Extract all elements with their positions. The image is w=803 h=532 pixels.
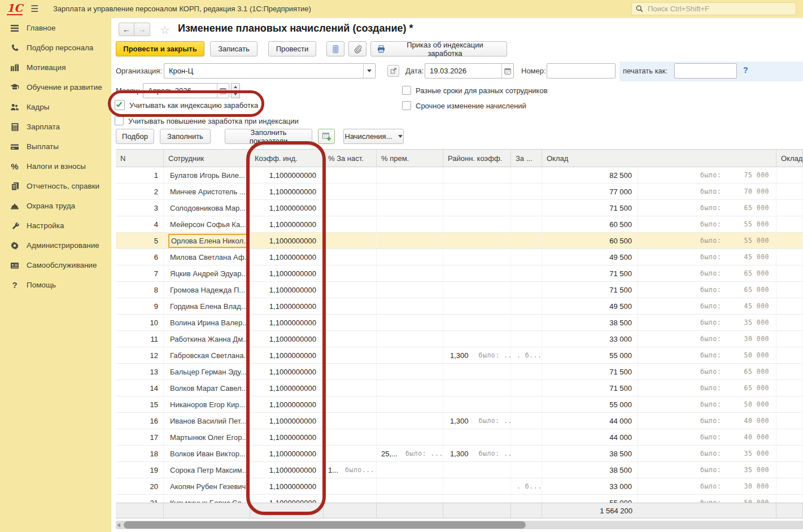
table-cell[interactable] (324, 396, 377, 412)
table-cell[interactable]: 1,1000000000 (250, 167, 324, 183)
table-cell[interactable] (377, 233, 443, 248)
stepper-up-icon[interactable] (231, 83, 240, 91)
table-cell[interactable] (443, 462, 511, 478)
table-cell[interactable]: 4 (116, 216, 164, 232)
table-cell[interactable]: 38 500было:35 000 (542, 462, 776, 478)
table-row[interactable]: 19Сорока Петр Максим...1,10000000001...б… (116, 462, 803, 478)
table-cell[interactable] (377, 315, 443, 330)
table-cell[interactable] (511, 282, 542, 298)
table-cell[interactable]: Бальцер Герман Эду... (164, 364, 250, 380)
table-row[interactable]: 5Орлова Елена Никол...1,100000000060 500… (116, 233, 803, 249)
table-cell[interactable]: Гордина Елена Влад... (164, 298, 250, 314)
table-cell[interactable] (776, 413, 803, 429)
table-cell[interactable] (511, 167, 542, 183)
table-cell[interactable] (776, 184, 803, 199)
table-cell[interactable]: Волков Марат Савел... (164, 380, 250, 396)
table-row[interactable]: 15Никаноров Егор Кир...1,100000000055 00… (116, 396, 803, 413)
table-cell[interactable]: 12 (116, 347, 164, 363)
table-cell[interactable] (324, 216, 377, 232)
table-cell[interactable] (377, 282, 443, 298)
table-cell[interactable]: 10 (116, 315, 164, 330)
org-open-button[interactable] (387, 65, 399, 77)
table-row[interactable]: 3Солодовникова Мар...1,100000000071 500б… (116, 200, 803, 216)
table-cell[interactable]: 15 (116, 396, 164, 412)
table-cell[interactable] (443, 315, 511, 330)
table-cell[interactable]: 1,1000000000 (250, 380, 324, 396)
table-cell[interactable]: 1,1000000000 (250, 184, 324, 199)
table-row[interactable]: 16Иванов Василий Пет...1,10000000001,300… (116, 413, 803, 429)
number-input[interactable] (547, 63, 616, 79)
table-cell[interactable]: Никаноров Егор Кир... (164, 396, 250, 412)
table-cell[interactable]: 49 500было:45 000 (542, 298, 776, 314)
table-cell[interactable] (377, 364, 443, 380)
sidebar-item-training[interactable]: Обучение и развитие (0, 77, 111, 97)
table-cell[interactable] (776, 331, 803, 347)
table-cell[interactable] (443, 495, 511, 503)
table-cell[interactable]: Громова Надежда П... (164, 282, 250, 298)
table-cell[interactable] (511, 265, 542, 281)
table-cell[interactable] (324, 167, 377, 183)
table-cell[interactable]: Кузьминых Борис Са... (164, 495, 250, 503)
table-cell[interactable] (443, 167, 511, 183)
table-cell[interactable] (377, 184, 443, 199)
table-cell[interactable]: Волков Иван Виктор... (164, 446, 250, 461)
table-cell[interactable]: 1,1000000000 (250, 413, 324, 429)
table-cell[interactable]: 16 (116, 413, 164, 429)
table-cell[interactable]: 33 000было:30 000 (542, 331, 776, 347)
table-cell[interactable] (776, 478, 803, 494)
table-cell[interactable]: 82 500было:75 000 (542, 167, 776, 183)
table-cell[interactable] (776, 446, 803, 461)
table-cell[interactable] (324, 298, 377, 314)
hamburger-menu-icon[interactable]: ☰ (30, 3, 38, 14)
table-cell[interactable] (511, 249, 542, 265)
table-cell[interactable] (324, 413, 377, 429)
table-cell[interactable]: 1,1000000000 (250, 200, 324, 216)
sidebar-item-reports[interactable]: Отчетность, справки (0, 176, 111, 196)
checkbox-raise-at-indexation[interactable]: Учитывать повышение заработка при индекс… (115, 116, 299, 125)
table-cell[interactable]: 55 000было:50 000 (542, 347, 776, 363)
checkbox-different-dates[interactable]: Разные сроки для разных сотрудников (402, 86, 548, 95)
favorite-star-icon[interactable]: ☆ (160, 23, 170, 37)
attachments-icon-button[interactable] (348, 41, 366, 56)
table-cell[interactable]: 33 000было:30 000 (542, 478, 776, 494)
table-cell[interactable] (377, 462, 443, 478)
sidebar-item-hr[interactable]: Кадры (0, 97, 111, 117)
table-row[interactable]: 21Кузьминых Борис Са...1,100000000055 00… (116, 495, 803, 503)
table-cell[interactable] (324, 315, 377, 330)
table-cell[interactable] (443, 216, 511, 232)
table-cell[interactable]: 5 (116, 233, 164, 248)
table-cell[interactable] (377, 200, 443, 216)
table-cell[interactable]: 2 (116, 184, 164, 199)
table-cell[interactable]: Мартынюк Олег Егор... (164, 429, 250, 445)
search-input[interactable] (647, 4, 796, 14)
table-row[interactable]: 18Волков Иван Виктор...1,100000000025,..… (116, 446, 803, 462)
table-cell[interactable]: 1,1000000000 (250, 298, 324, 314)
table-cell[interactable] (443, 478, 511, 494)
table-cell[interactable]: 71 500было:65 000 (542, 265, 776, 281)
table-cell[interactable] (511, 396, 542, 412)
table-cell[interactable]: Минчев Аристотель ... (164, 184, 250, 199)
sidebar-item-payments[interactable]: Выплаты (0, 137, 111, 156)
table-cell[interactable] (377, 347, 443, 363)
table-cell[interactable] (324, 265, 377, 281)
column-header[interactable]: Оклад (542, 150, 776, 167)
pick-button[interactable]: Подбор (116, 129, 154, 144)
checkbox-box[interactable] (115, 100, 125, 110)
table-cell[interactable] (324, 364, 377, 380)
table-cell[interactable] (776, 495, 803, 503)
table-cell[interactable] (443, 265, 511, 281)
checkbox-box[interactable] (402, 101, 411, 110)
table-row[interactable]: 13Бальцер Герман Эду...1,100000000071 50… (116, 364, 803, 380)
sidebar-item-salary[interactable]: Зарплата (0, 117, 111, 137)
table-cell[interactable]: . б... (511, 347, 542, 363)
table-cell[interactable] (776, 347, 803, 363)
sidebar-item-main[interactable]: Главное (0, 18, 111, 38)
checkbox-urgent-change[interactable]: Срочное изменение начислений (402, 101, 526, 110)
column-header[interactable]: Районн. коэфф. (443, 150, 511, 167)
column-header[interactable]: Коэфф. инд. (250, 150, 324, 167)
table-cell[interactable] (443, 429, 511, 445)
table-cell[interactable] (443, 396, 511, 412)
table-cell[interactable]: 1,1000000000 (250, 233, 324, 248)
column-header[interactable]: % За наст. (324, 150, 377, 167)
table-cell[interactable] (324, 446, 377, 461)
